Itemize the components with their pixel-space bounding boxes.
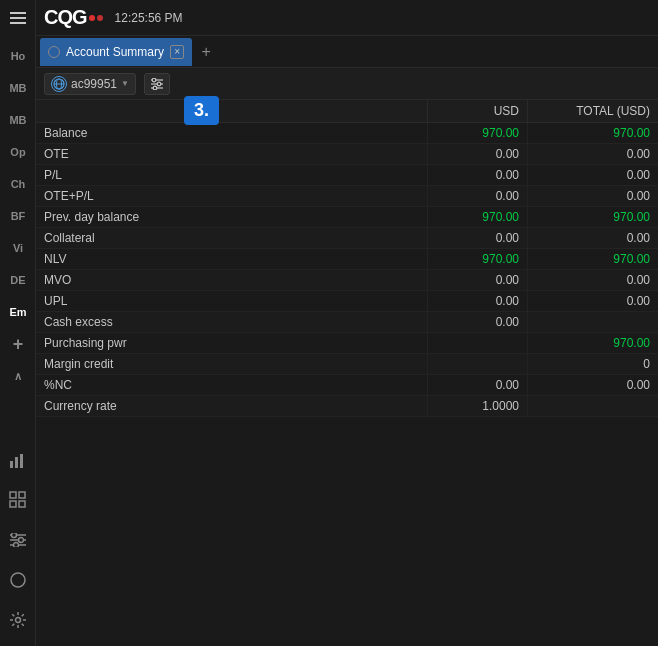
add-tab-button[interactable]: + bbox=[194, 40, 218, 64]
clock-display: 12:25:56 PM bbox=[115, 11, 183, 25]
sidebar-item-mb1[interactable]: MB bbox=[0, 72, 36, 104]
app-logo: CQG bbox=[44, 6, 103, 29]
grid-icon[interactable] bbox=[0, 484, 36, 516]
row-usd bbox=[428, 333, 528, 353]
row-label: Cash excess bbox=[36, 312, 428, 332]
row-total: 0.00 bbox=[528, 186, 658, 206]
logo-dots bbox=[89, 15, 103, 21]
row-label: MVO bbox=[36, 270, 428, 290]
table-header: USD TOTAL (USD) bbox=[36, 100, 658, 123]
row-usd: 0.00 bbox=[428, 312, 528, 332]
row-label: Collateral bbox=[36, 228, 428, 248]
svg-rect-0 bbox=[10, 12, 26, 14]
account-summary-tab[interactable]: Account Summary × bbox=[40, 38, 192, 66]
row-total: 0.00 bbox=[528, 375, 658, 395]
sidebar-bottom-icons bbox=[0, 444, 36, 646]
logo-dot-2 bbox=[97, 15, 103, 21]
content-area: ac99951 ▼ 3. USD TOTAL (US bbox=[36, 68, 658, 646]
svg-rect-3 bbox=[10, 461, 13, 468]
row-total: 970.00 bbox=[528, 333, 658, 353]
circle-icon[interactable] bbox=[0, 564, 36, 596]
row-usd: 0.00 bbox=[428, 165, 528, 185]
row-label: P/L bbox=[36, 165, 428, 185]
row-usd: 970.00 bbox=[428, 249, 528, 269]
sidebar-item-op[interactable]: Op bbox=[0, 136, 36, 168]
globe-icon bbox=[51, 76, 67, 92]
row-usd: 0.00 bbox=[428, 291, 528, 311]
svg-rect-2 bbox=[10, 22, 26, 24]
table-row: Collateral0.000.00 bbox=[36, 228, 658, 249]
row-total bbox=[528, 396, 658, 416]
sidebar-add[interactable]: + bbox=[0, 328, 36, 360]
table-row: UPL0.000.00 bbox=[36, 291, 658, 312]
row-label: %NC bbox=[36, 375, 428, 395]
bar-chart-icon[interactable] bbox=[0, 444, 36, 476]
table-row: MVO0.000.00 bbox=[36, 270, 658, 291]
sidebar-navigation: Ho MB MB Op Ch BF Vi DE Em + ∧ bbox=[0, 40, 35, 392]
row-usd: 0.00 bbox=[428, 144, 528, 164]
table-body: Balance970.00970.00OTE0.000.00P/L0.000.0… bbox=[36, 123, 658, 417]
svg-point-14 bbox=[18, 538, 23, 543]
sidebar-chevron-up[interactable]: ∧ bbox=[0, 360, 36, 392]
col-total-header: TOTAL (USD) bbox=[528, 100, 658, 122]
table-row: Balance970.00970.00 bbox=[36, 123, 658, 144]
row-total: 970.00 bbox=[528, 249, 658, 269]
row-usd: 0.00 bbox=[428, 186, 528, 206]
sidebar-item-de[interactable]: DE bbox=[0, 264, 36, 296]
table-row: Purchasing pwr970.00 bbox=[36, 333, 658, 354]
left-sidebar: Ho MB MB Op Ch BF Vi DE Em + ∧ bbox=[0, 0, 36, 646]
row-total: 0.00 bbox=[528, 165, 658, 185]
step-badge: 3. bbox=[184, 96, 219, 125]
hamburger-button[interactable] bbox=[0, 0, 36, 36]
table-row: Prev. day balance970.00970.00 bbox=[36, 207, 658, 228]
sidebar-item-bf[interactable]: BF bbox=[0, 200, 36, 232]
summary-table: USD TOTAL (USD) Balance970.00970.00OTE0.… bbox=[36, 100, 658, 646]
row-total: 970.00 bbox=[528, 207, 658, 227]
svg-rect-8 bbox=[10, 501, 16, 507]
sidebar-item-em[interactable]: Em bbox=[0, 296, 36, 328]
table-row: Currency rate1.0000 bbox=[36, 396, 658, 417]
row-usd: 0.00 bbox=[428, 270, 528, 290]
svg-point-13 bbox=[11, 533, 16, 538]
table-row: NLV970.00970.00 bbox=[36, 249, 658, 270]
tabs-bar: Account Summary × + bbox=[36, 36, 658, 68]
row-total: 970.00 bbox=[528, 123, 658, 143]
row-label: Currency rate bbox=[36, 396, 428, 416]
sliders-icon[interactable] bbox=[0, 524, 36, 556]
table-row: %NC0.000.00 bbox=[36, 375, 658, 396]
row-label: OTE+P/L bbox=[36, 186, 428, 206]
sidebar-item-vi[interactable]: Vi bbox=[0, 232, 36, 264]
sidebar-item-ho[interactable]: Ho bbox=[0, 40, 36, 72]
svg-rect-1 bbox=[10, 17, 26, 19]
table-row: OTE0.000.00 bbox=[36, 144, 658, 165]
svg-point-17 bbox=[15, 618, 20, 623]
account-name: ac99951 bbox=[71, 77, 117, 91]
svg-rect-9 bbox=[19, 501, 25, 507]
account-selector[interactable]: ac99951 ▼ bbox=[44, 73, 136, 95]
row-total: 0 bbox=[528, 354, 658, 374]
account-dropdown-chevron: ▼ bbox=[121, 79, 129, 88]
row-usd: 970.00 bbox=[428, 207, 528, 227]
settings-icon[interactable] bbox=[0, 604, 36, 636]
svg-rect-7 bbox=[19, 492, 25, 498]
sidebar-item-ch[interactable]: Ch bbox=[0, 168, 36, 200]
sidebar-item-mb2[interactable]: MB bbox=[0, 104, 36, 136]
topbar: CQG 12:25:56 PM bbox=[36, 0, 658, 36]
row-total bbox=[528, 312, 658, 332]
tab-title: Account Summary bbox=[66, 45, 164, 59]
table-row: Cash excess0.00 bbox=[36, 312, 658, 333]
svg-rect-6 bbox=[10, 492, 16, 498]
filter-button[interactable] bbox=[144, 73, 170, 95]
logo-dot-1 bbox=[89, 15, 95, 21]
svg-point-15 bbox=[13, 543, 18, 548]
row-total: 0.00 bbox=[528, 228, 658, 248]
main-area: CQG 12:25:56 PM Account Summary × + bbox=[36, 0, 658, 646]
tab-close-button[interactable]: × bbox=[170, 45, 184, 59]
row-label: NLV bbox=[36, 249, 428, 269]
row-total: 0.00 bbox=[528, 270, 658, 290]
row-total: 0.00 bbox=[528, 144, 658, 164]
row-usd: 0.00 bbox=[428, 375, 528, 395]
row-label: Purchasing pwr bbox=[36, 333, 428, 353]
row-usd: 970.00 bbox=[428, 123, 528, 143]
row-label: OTE bbox=[36, 144, 428, 164]
